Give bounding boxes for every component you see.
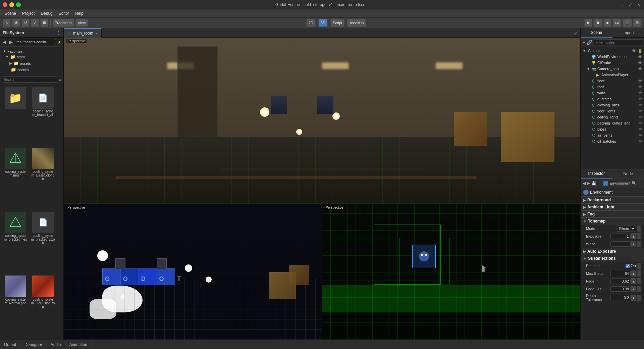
fadeout-spin-up[interactable]: ▲ [631, 286, 636, 292]
tab-animation[interactable]: Animation [65, 340, 91, 349]
enabled-options[interactable]: ⋮ [637, 263, 641, 269]
depthtol-options[interactable]: ⋮ [637, 295, 641, 301]
white-input[interactable] [610, 241, 631, 247]
menu-project[interactable]: Project [19, 10, 37, 16]
inspector-back-button[interactable]: ◀ [583, 181, 586, 186]
menu-help[interactable]: Help [72, 10, 86, 16]
inspector-section-autoexp[interactable]: ▶ Auto Exposure [581, 248, 644, 255]
scene-node-root[interactable]: ▼ ⬡ root 👁 🔒 [581, 48, 644, 54]
eye-icon-airvents[interactable]: 👁 [638, 133, 642, 137]
scene-node-glowingorbs[interactable]: ⬡ glowing_orbs 👁 [581, 102, 644, 108]
tab-output[interactable]: Output [0, 340, 20, 349]
scene-node-gcrates[interactable]: ⬡ g_crates 👁 [581, 96, 644, 102]
tab-import[interactable]: Import [612, 28, 644, 38]
filesystem-search-input[interactable] [2, 77, 57, 83]
scene-node-roof[interactable]: ⬡ roof 👁 [581, 84, 644, 90]
fadein-spin-up[interactable]: ▲ [631, 278, 636, 284]
maxsteps-options[interactable]: ⋮ [637, 270, 641, 277]
scene-node-ceilinglights[interactable]: ⬡ ceiling_lights 👁 [581, 114, 644, 120]
rotate-tool-button[interactable]: ↺ [21, 19, 30, 27]
eye-icon-pipes[interactable]: 👁 [638, 127, 642, 131]
movie-button[interactable]: 🎬 [623, 19, 632, 27]
list-item[interactable]: cooling_system_OcclusionRou [30, 274, 56, 338]
eye-icon-floor[interactable]: 👁 [638, 79, 642, 83]
tonemap-mode-dropdown[interactable]: Filmic [616, 226, 636, 232]
fs-back-button[interactable]: ◀ [2, 39, 7, 45]
stop-button[interactable]: ■ [603, 19, 611, 27]
depthtol-spin-up[interactable]: ▲ [631, 295, 636, 301]
fs-list-toggle[interactable]: ≡ [59, 77, 61, 82]
mode-2d-button[interactable]: 2D [306, 19, 316, 27]
win-ctrl-3[interactable]: × [636, 2, 641, 7]
menu-editor[interactable]: Editor [56, 10, 72, 16]
scale-tool-button[interactable]: ⤢ [31, 19, 39, 27]
list-item[interactable]: 📄 cooling_system_bracket_v1.ob [30, 210, 56, 274]
close-button[interactable] [3, 2, 7, 7]
eye-icon-worldenv[interactable]: 👁 [638, 55, 642, 59]
tab-debugger[interactable]: Debugger [20, 340, 47, 349]
fs-tree-assets[interactable]: ▶ 📁 assets [3, 60, 61, 66]
select-tool-button[interactable]: ↖ [3, 19, 11, 27]
view-button[interactable]: View [75, 19, 88, 27]
tab-main-room[interactable]: ⬡ main_room × [64, 28, 102, 38]
minimize-button[interactable] [9, 2, 14, 7]
play-button[interactable]: ▶ [584, 19, 592, 27]
list-item[interactable]: cooling_system_bracket.mes [2, 210, 29, 274]
list-item[interactable]: 📄 cooling_system_bracket_v1 [30, 86, 56, 146]
mode-3d-button[interactable]: 3D [318, 19, 328, 27]
scene-node-animplayer[interactable]: ▶ AnimationPlayer [581, 72, 644, 78]
fadein-input[interactable] [610, 279, 631, 284]
tab-close-button[interactable]: × [95, 31, 97, 35]
eye-icon-glowingorbs[interactable]: 👁 [638, 103, 642, 107]
white-spin-up[interactable]: ▲ [631, 241, 636, 247]
scene-node-floor[interactable]: ⬡ floor 👁 [581, 78, 644, 84]
fs-forward-button[interactable]: ▶ [8, 39, 13, 45]
tab-inspector[interactable]: Inspector [581, 169, 612, 179]
inspector-section-tonemap[interactable]: ▼ Tonemap [581, 217, 644, 225]
scene-filter-input[interactable] [594, 39, 643, 45]
layout-button[interactable]: ⊞ [633, 19, 641, 27]
scene-node-oilpatches[interactable]: ⬡ oil_patches 👁 [581, 138, 644, 144]
scene-node-walls[interactable]: ⬡ walls 👁 [581, 90, 644, 96]
eye-icon-packingcrates[interactable]: 👁 [638, 121, 642, 125]
exposure-input[interactable] [610, 234, 631, 239]
transform-button[interactable]: Transform [53, 19, 74, 27]
maxsteps-input[interactable] [610, 271, 631, 276]
eye-icon-roof[interactable]: 👁 [638, 85, 642, 89]
white-options[interactable]: ⋮ [637, 241, 641, 247]
list-item[interactable]: cooling_system_Normal.png [2, 274, 29, 338]
eye-icon-gcrates[interactable]: 👁 [638, 97, 642, 101]
menu-debug[interactable]: Debug [38, 10, 55, 16]
filesystem-menu-icon[interactable]: ⋮ [57, 31, 61, 35]
list-item[interactable]: 📁 .. [2, 86, 29, 146]
depthtol-input[interactable] [610, 295, 631, 300]
exposure-options[interactable]: ⋮ [637, 233, 641, 239]
script-button[interactable]: Script [330, 19, 344, 27]
inspector-options-button[interactable]: ⋮ [638, 181, 642, 186]
viewport-bottom-left[interactable]: G O D O T [64, 204, 322, 340]
move-tool-button[interactable]: ⊕ [12, 19, 20, 27]
fadeout-input[interactable] [610, 286, 631, 292]
menu-scene[interactable]: Scene [2, 10, 19, 16]
pause-button[interactable]: ⏸ [594, 19, 602, 27]
eye-icon-walls[interactable]: 👁 [638, 91, 642, 95]
inspector-forward-button[interactable]: ▶ [587, 181, 590, 186]
scene-node-giprobe[interactable]: 💡 GIProbe 👁 [581, 60, 644, 66]
scene-node-camerapan[interactable]: ▼ 📷 Camera_pan 👁 [581, 66, 644, 72]
fs-tree-scenes[interactable]: 📁 scenes [3, 66, 61, 73]
tab-scene[interactable]: Scene [581, 28, 612, 38]
maxsteps-spin-up[interactable]: ▲ [631, 270, 636, 277]
inspector-search-button[interactable]: 🔍 [632, 181, 637, 186]
exposure-spin-up[interactable]: ▲ [631, 233, 636, 239]
fadeout-options[interactable]: ⋮ [637, 286, 641, 292]
scene-node-pipes[interactable]: ⬡ pipes 👁 [581, 126, 644, 132]
inspector-section-ssrefl[interactable]: ▼ Ss Reflections [581, 255, 644, 262]
list-item[interactable]: cooling_system_BaseColor.pn [30, 146, 56, 210]
enabled-checkbox[interactable] [626, 264, 630, 268]
fadein-options[interactable]: ⋮ [637, 278, 641, 284]
inspector-section-fog[interactable]: ▶ Fog [581, 210, 644, 217]
scene-node-packingcrates[interactable]: ⬡ packing_crates_and_ 👁 [581, 120, 644, 126]
scene-add-button[interactable]: + [583, 40, 585, 45]
step-button[interactable]: ⏭ [613, 19, 621, 27]
eye-icon-root[interactable]: 👁 [632, 49, 636, 53]
